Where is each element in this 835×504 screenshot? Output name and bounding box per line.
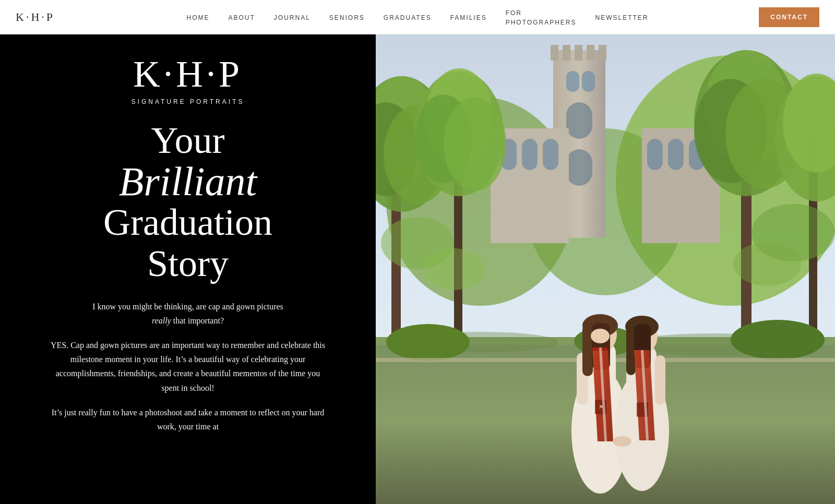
headline-block: Your Brilliant Graduation Story [103,120,272,285]
headline-story: Story [103,243,272,284]
nav-link-photographers[interactable]: FOR PHOTOGRAPHERS [506,9,577,26]
body-text-block: I know you might be thinking, are cap an… [47,299,329,445]
svg-point-74 [423,248,485,290]
svg-rect-6 [563,45,570,61]
svg-point-44 [386,324,470,361]
body-paragraph-1: I know you might be thinking, are cap an… [47,299,329,328]
nav-item-about[interactable]: ABOUT [228,13,255,22]
nav-link-seniors[interactable]: SENIORS [329,14,365,21]
nav-link-newsletter[interactable]: NEWSLETTER [595,14,649,21]
contact-button[interactable]: CONTACT [759,7,819,27]
body-paragraph-2: YES. Cap and gown pictures are an import… [47,338,329,395]
svg-point-45 [731,320,825,359]
svg-rect-53 [582,324,593,376]
svg-rect-62 [655,355,665,405]
nav-item-journal[interactable]: JOURNAL [274,13,311,22]
svg-rect-10 [566,71,579,92]
svg-rect-11 [582,71,595,92]
svg-rect-20 [668,139,684,170]
svg-rect-18 [543,139,558,170]
svg-point-55 [591,329,610,343]
svg-rect-8 [587,45,594,61]
headline-graduation: Graduation [103,202,272,243]
body-paragraph-3: It’s just really fun to have a photoshoo… [47,405,329,434]
headline-your: Your [151,119,225,161]
nav-link-about[interactable]: ABOUT [228,14,255,21]
nav-link-families[interactable]: FAMILIES [450,14,487,21]
nav-item-home[interactable]: HOME [186,13,209,22]
svg-point-71 [613,436,631,447]
body-p1-start: I know you might be thinking, are cap an… [92,302,283,311]
nav-item-families[interactable]: FAMILIES [450,13,487,22]
svg-rect-13 [566,149,592,186]
headline-brilliant: Brilliant [103,161,272,202]
nav-item-newsletter[interactable]: NEWSLETTER [595,13,649,22]
svg-rect-17 [522,139,538,170]
hero-right-panel: ⚑ [376,34,835,504]
svg-rect-12 [566,102,592,139]
hero-left-panel: K·H·P SIGNATURE PORTRAITS Your Brilliant… [0,34,376,504]
nav-item-photographers[interactable]: FOR PHOTOGRAPHERS [506,8,577,27]
svg-rect-7 [575,45,582,61]
navbar: K·H·P HOME ABOUT JOURNAL SENIORS GRADUAT… [0,0,835,34]
brand-logo-block: K·H·P [133,55,243,93]
svg-point-75 [733,242,801,286]
nav-link-graduates[interactable]: GRADUATES [384,14,432,21]
main-container: K·H·P SIGNATURE PORTRAITS Your Brilliant… [0,0,835,504]
svg-point-31 [444,97,506,191]
nav-item-seniors[interactable]: SENIORS [329,13,365,22]
body-p1-italic: really [152,316,171,325]
nav-links: HOME ABOUT JOURNAL SENIORS GRADUATES FAM… [186,8,648,27]
body-p1-end: that important? [173,316,224,325]
nav-link-journal[interactable]: JOURNAL [274,14,311,21]
svg-rect-19 [647,139,663,170]
graduation-photo: ⚑ [376,34,835,504]
nav-logo[interactable]: K·H·P [16,10,55,24]
svg-rect-9 [599,45,606,61]
brand-subtitle: SIGNATURE PORTRAITS [132,98,245,105]
photo-svg: ⚑ [376,34,835,504]
svg-rect-5 [551,45,558,61]
nav-item-graduates[interactable]: GRADUATES [384,13,432,22]
brand-logo-text: K·H·P [133,55,243,93]
nav-link-home[interactable]: HOME [186,14,209,21]
